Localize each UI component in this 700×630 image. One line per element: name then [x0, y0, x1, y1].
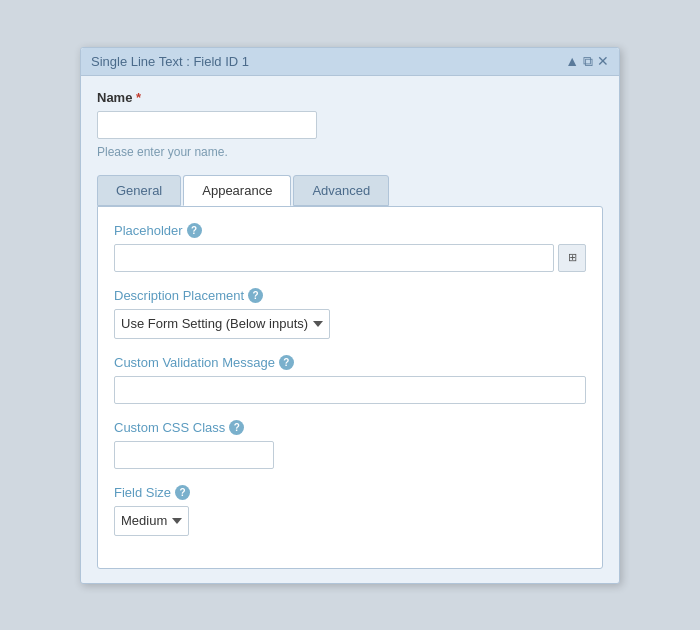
- name-field-group: Name * Please enter your name.: [97, 90, 603, 159]
- dialog-title: Single Line Text : Field ID 1: [91, 54, 249, 69]
- field-size-label-text: Field Size: [114, 485, 171, 500]
- description-placement-label-text: Description Placement: [114, 288, 244, 303]
- custom-validation-label: Custom Validation Message ?: [114, 355, 586, 370]
- custom-validation-input[interactable]: [114, 376, 586, 404]
- tab-appearance[interactable]: Appearance: [183, 175, 291, 206]
- description-placement-label: Description Placement ?: [114, 288, 586, 303]
- placeholder-help-icon[interactable]: ?: [187, 223, 202, 238]
- tab-content-appearance: Placeholder ? ⊞ Description Placement ? …: [97, 206, 603, 569]
- field-size-group: Field Size ? Small Medium Large: [114, 485, 586, 536]
- copy-icon[interactable]: ⧉: [583, 54, 593, 68]
- description-placement-group: Description Placement ? Use Form Setting…: [114, 288, 586, 339]
- close-icon[interactable]: ✕: [597, 54, 609, 68]
- title-icons: ▲ ⧉ ✕: [565, 54, 609, 68]
- placeholder-input[interactable]: [114, 244, 554, 272]
- dialog-container: Single Line Text : Field ID 1 ▲ ⧉ ✕ Name…: [80, 47, 620, 584]
- dialog-body: Name * Please enter your name. General A…: [81, 76, 619, 583]
- tab-advanced[interactable]: Advanced: [293, 175, 389, 206]
- field-size-help-icon[interactable]: ?: [175, 485, 190, 500]
- name-hint: Please enter your name.: [97, 145, 603, 159]
- custom-css-group: Custom CSS Class ?: [114, 420, 586, 469]
- name-input[interactable]: [97, 111, 317, 139]
- name-label: Name *: [97, 90, 603, 105]
- tab-general[interactable]: General: [97, 175, 181, 206]
- required-marker: *: [136, 90, 141, 105]
- placeholder-label: Placeholder ?: [114, 223, 586, 238]
- placeholder-picker-icon: ⊞: [568, 251, 577, 264]
- placeholder-label-text: Placeholder: [114, 223, 183, 238]
- placeholder-picker-button[interactable]: ⊞: [558, 244, 586, 272]
- description-placement-help-icon[interactable]: ?: [248, 288, 263, 303]
- tab-bar: General Appearance Advanced: [97, 175, 603, 206]
- custom-css-label: Custom CSS Class ?: [114, 420, 586, 435]
- description-placement-select[interactable]: Use Form Setting (Below inputs) Above in…: [114, 309, 330, 339]
- dialog-titlebar: Single Line Text : Field ID 1 ▲ ⧉ ✕: [81, 48, 619, 76]
- custom-validation-help-icon[interactable]: ?: [279, 355, 294, 370]
- placeholder-row: ⊞: [114, 244, 586, 272]
- name-label-text: Name: [97, 90, 132, 105]
- placeholder-group: Placeholder ? ⊞: [114, 223, 586, 272]
- field-size-select[interactable]: Small Medium Large: [114, 506, 189, 536]
- custom-css-label-text: Custom CSS Class: [114, 420, 225, 435]
- custom-css-help-icon[interactable]: ?: [229, 420, 244, 435]
- collapse-icon[interactable]: ▲: [565, 54, 579, 68]
- custom-validation-label-text: Custom Validation Message: [114, 355, 275, 370]
- custom-css-input[interactable]: [114, 441, 274, 469]
- field-size-label: Field Size ?: [114, 485, 586, 500]
- custom-validation-group: Custom Validation Message ?: [114, 355, 586, 404]
